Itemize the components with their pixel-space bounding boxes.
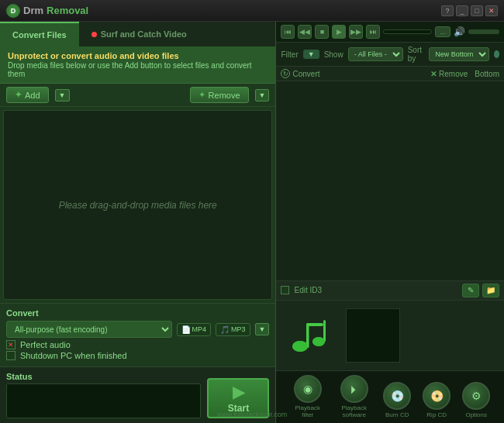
profile-select[interactable]: All-purpose (fast encoding) (6, 321, 172, 338)
bottom-item-rip-cd[interactable]: 📀 Rip CD (423, 382, 450, 419)
options-label: Options (465, 411, 487, 419)
stop-button[interactable]: ■ (315, 25, 329, 39)
edit-id3-label: Edit ID3 (294, 286, 322, 294)
playback-software-icon: ⏵ (340, 375, 368, 403)
remove-button[interactable]: ✦ Remove (190, 87, 249, 103)
plus-icon: ✦ (15, 90, 22, 100)
more-button[interactable]: ... (435, 26, 450, 37)
rewind-button[interactable]: ⏮ (281, 25, 295, 39)
filter-hex-btn[interactable]: ▼ (303, 50, 319, 59)
drop-zone-text: Please drag-and-drop media files here (59, 200, 217, 211)
maximize-button[interactable]: □ (471, 5, 483, 16)
right-remove-label: Remove (439, 70, 468, 78)
svg-point-6 (312, 337, 325, 346)
info-title: Unprotect or convert audio and video fil… (8, 51, 268, 60)
right-convert-label: Convert (292, 70, 319, 78)
format-dropdown[interactable]: ▼ (255, 323, 270, 335)
minimize-button[interactable]: _ (456, 5, 468, 16)
options-icon: ⚙ (462, 382, 490, 410)
convert-profile-row: All-purpose (fast encoding) 📄 MP4 🎵 MP3 … (6, 321, 269, 338)
bottom-item-playback-filter[interactable]: ◉ Playback filter (290, 375, 325, 419)
volume-slider[interactable] (468, 29, 499, 34)
rip-cd-icon: 📀 (423, 382, 450, 410)
player-controls: ⏮ ◀◀ ■ ▶ ▶▶ ⏭ ... 🔊 (276, 22, 504, 43)
filter-row: Filter ▼ Show - All Files - Sort by New … (276, 43, 504, 67)
main-container: Convert Files Surf and Catch Video Unpro… (0, 22, 504, 423)
shutdown-row: Shutdown PC when finished (6, 351, 269, 360)
tab-surf-catch[interactable]: Surf and Catch Video (79, 22, 199, 46)
remove-label: Remove (209, 91, 240, 100)
sortby-label: Sort by (408, 46, 425, 63)
status-box (6, 383, 201, 418)
convert-files-label: Convert Files (12, 30, 67, 40)
info-subtitle: Drop media files below or use the Add bu… (8, 61, 268, 78)
show-label: Show (324, 50, 343, 59)
surf-catch-label: Surf and Catch Video (101, 29, 187, 39)
filter-label: Filter (281, 50, 298, 59)
app-logo: D Drm Removal (6, 4, 441, 18)
right-convert-icon: ↻ (281, 69, 290, 78)
mp4-format-button[interactable]: 📄 MP4 (177, 323, 212, 336)
music-thumbnail (346, 308, 400, 363)
music-player-area (276, 301, 504, 370)
add-label: Add (25, 91, 40, 100)
mp4-label: MP4 (192, 325, 207, 333)
right-bottom-label: Bottom (475, 70, 499, 78)
id3-edit-button[interactable]: ✎ (462, 284, 479, 297)
sortby-select[interactable]: New Bottom (429, 47, 489, 61)
music-note-icon (284, 308, 338, 363)
bottom-item-playback-software[interactable]: ⏵ Playback software (337, 375, 371, 419)
convert-section-title: Convert (6, 308, 269, 318)
remove-star-icon: ✦ (198, 90, 205, 100)
burn-cd-icon: 💿 (383, 382, 411, 410)
id3-checkbox[interactable] (281, 286, 289, 294)
bottom-bar: ◉ Playback filter ⏵ Playback software 💿 … (276, 370, 504, 423)
help-button[interactable]: ? (441, 5, 454, 16)
right-toolbar: ↻ Convert ✕ Remove Bottom (276, 67, 504, 81)
perfect-audio-label: Perfect audio (20, 340, 71, 349)
watermark: www.fullcrackindir.com (217, 411, 288, 418)
bottom-item-options[interactable]: ⚙ Options (462, 382, 490, 419)
add-button[interactable]: ✦ Add (6, 87, 49, 103)
perfect-audio-checkbox[interactable]: ✕ (6, 340, 16, 349)
progress-bar[interactable] (383, 29, 432, 34)
tab-dot-icon (91, 32, 97, 37)
drop-zone[interactable]: Please drag-and-drop media files here (3, 110, 272, 300)
play-button[interactable]: ▶ (332, 25, 346, 39)
left-panel: Convert Files Surf and Catch Video Unpro… (0, 22, 276, 423)
fast-forward-button[interactable]: ⏭ (366, 25, 380, 39)
shutdown-checkbox[interactable] (6, 351, 16, 360)
prev-frame-button[interactable]: ◀◀ (298, 25, 312, 39)
mp3-format-button[interactable]: 🎵 MP3 (216, 323, 250, 336)
logo-drm: Drm (23, 5, 43, 16)
svg-point-5 (292, 341, 308, 352)
close-button[interactable]: ✕ (485, 5, 498, 16)
tab-bar: Convert Files Surf and Catch Video (0, 22, 275, 46)
start-arrow-icon: ▶ (233, 383, 244, 401)
right-content-area (276, 81, 504, 280)
right-remove-button[interactable]: ✕ Remove Bottom (430, 70, 499, 78)
show-select[interactable]: - All Files - (348, 47, 403, 61)
edit-id3-bar: Edit ID3 ✎ 📁 (276, 280, 504, 301)
playback-software-label: Playback software (337, 404, 371, 419)
status-left: Status (6, 372, 201, 418)
right-panel: ⏮ ◀◀ ■ ▶ ▶▶ ⏭ ... 🔊 Filter ▼ Show - All … (276, 22, 504, 423)
sortby-dot[interactable] (494, 50, 499, 58)
status-title: Status (6, 372, 201, 381)
title-bar: D Drm Removal ? _ □ ✕ (0, 0, 504, 22)
rip-cd-label: Rip CD (426, 411, 447, 419)
tab-convert-files[interactable]: Convert Files (0, 22, 79, 46)
svg-rect-3 (323, 320, 326, 342)
next-frame-button[interactable]: ▶▶ (349, 25, 363, 39)
playback-filter-icon: ◉ (294, 375, 322, 403)
id3-folder-button[interactable]: 📁 (482, 284, 499, 297)
svg-rect-4 (306, 323, 323, 326)
right-remove-x-icon: ✕ (430, 70, 437, 78)
id3-actions: ✎ 📁 (462, 284, 499, 297)
add-dropdown[interactable]: ▼ (55, 89, 70, 101)
remove-dropdown[interactable]: ▼ (255, 89, 270, 101)
volume-icon: 🔊 (454, 26, 465, 37)
right-convert-button[interactable]: ↻ Convert (281, 69, 319, 78)
bottom-item-burn-cd[interactable]: 💿 Burn CD (383, 382, 411, 419)
file-toolbar: ✦ Add ▼ ✦ Remove ▼ (0, 84, 275, 107)
